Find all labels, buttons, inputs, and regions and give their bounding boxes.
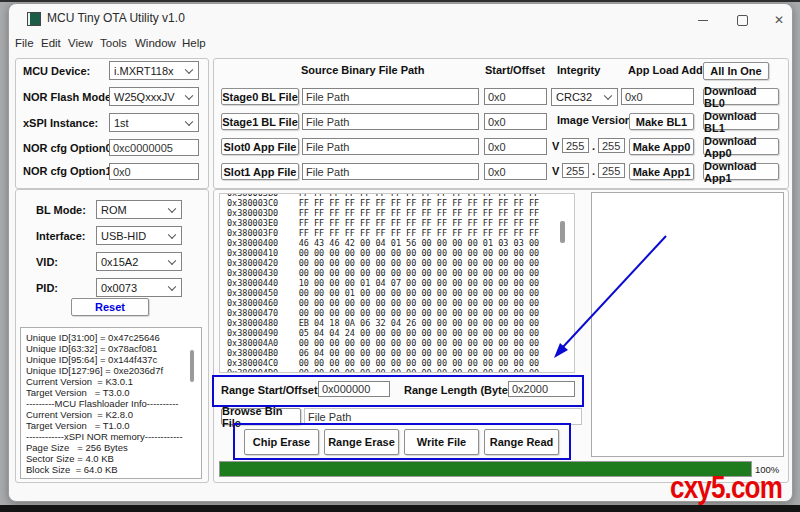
watermark: cxy5.com xyxy=(670,470,782,506)
hex-line: 0x380004A0 00 00 00 00 00 00 00 00 00 00… xyxy=(227,338,574,348)
version1-major-input[interactable] xyxy=(562,163,589,178)
nor-cfg-option1-input[interactable] xyxy=(109,163,199,180)
header-source-path: Source Binary File Path xyxy=(301,64,424,76)
header-integrity: Integrity xyxy=(557,64,600,76)
browse-bin-file-button[interactable]: Browse Bin File xyxy=(221,408,301,425)
nor-flash-value: W25QxxxJV xyxy=(114,91,175,103)
vid-label: VID: xyxy=(36,256,58,268)
hex-line: 0x380003E0 FF FF FF FF FF FF FF FF FF FF… xyxy=(227,218,574,228)
nor-cfg-option0-label: NOR cfg Option0: xyxy=(23,142,115,154)
nor-flash-select[interactable]: W25QxxxJV xyxy=(109,87,199,106)
integrity-select[interactable]: CRC32 xyxy=(551,88,618,106)
pid-label: PID: xyxy=(36,282,58,294)
hex-dump-viewer[interactable]: 0x380003B0 FF FF FF FF FF FF FF FF FF FF… xyxy=(219,193,575,373)
menu-window[interactable]: Window xyxy=(135,37,176,49)
minimize-button[interactable] xyxy=(689,12,717,28)
menu-file[interactable]: File xyxy=(15,37,34,49)
chevron-down-icon xyxy=(185,65,193,73)
nor-cfg-option0-input[interactable] xyxy=(109,139,199,156)
browse-path-input[interactable] xyxy=(304,408,582,425)
version0-major-input[interactable] xyxy=(562,138,589,153)
pid-value: 0x0073 xyxy=(101,282,137,294)
version1-prefix: V xyxy=(552,165,559,177)
maximize-button[interactable] xyxy=(728,12,756,28)
interface-select[interactable]: USB-HID xyxy=(96,226,182,245)
download-bl1-button[interactable]: Download BL1 xyxy=(703,113,779,130)
chevron-down-icon xyxy=(168,282,176,290)
slot1-app-file-button[interactable]: Slot1 App File xyxy=(221,163,299,180)
download-bl0-button[interactable]: Download BL0 xyxy=(703,88,779,105)
output-panel[interactable] xyxy=(591,192,784,457)
range-read-button[interactable]: Range Read xyxy=(484,429,559,455)
slot1-offset-input[interactable] xyxy=(484,163,547,180)
slot0-path-input[interactable] xyxy=(302,138,479,155)
menu-help[interactable]: Help xyxy=(182,37,206,49)
stage1-offset-input[interactable] xyxy=(484,113,547,130)
window-title: MCU Tiny OTA Utility v1.0 xyxy=(47,11,185,25)
make-bl1-button[interactable]: Make BL1 xyxy=(629,113,694,130)
hex-line: 0x380004D0 00 00 00 00 00 00 00 00 00 00… xyxy=(227,368,574,373)
write-file-button[interactable]: Write File xyxy=(404,429,479,455)
hex-scrollbar[interactable] xyxy=(560,221,565,243)
mcu-device-select[interactable]: i.MXRT118x xyxy=(109,61,199,80)
make-app0-button[interactable]: Make App0 xyxy=(629,138,694,155)
chip-erase-button[interactable]: Chip Erase xyxy=(244,429,319,455)
make-app1-button[interactable]: Make App1 xyxy=(629,163,694,180)
hex-line: 0x380004C0 00 00 00 00 00 00 00 00 00 00… xyxy=(227,358,574,368)
menu-edit[interactable]: Edit xyxy=(41,37,61,49)
stage1-path-input[interactable] xyxy=(302,113,479,130)
range-length-label: Range Length (Byte): xyxy=(404,384,515,396)
reset-button[interactable]: Reset xyxy=(71,298,149,316)
chevron-down-icon xyxy=(168,230,176,238)
chevron-down-icon xyxy=(185,91,193,99)
log-line: Current Version = K3.0.1 xyxy=(26,376,201,387)
minimize-icon xyxy=(698,20,708,21)
hex-line: 0x38000480 EB 04 18 0A 06 32 04 26 00 00… xyxy=(227,318,574,328)
version0-minor-input[interactable] xyxy=(598,138,625,153)
log-scrollbar[interactable] xyxy=(190,350,194,382)
download-app0-button[interactable]: Download App0 xyxy=(703,138,779,155)
close-button[interactable]: ✕ xyxy=(765,12,793,28)
xspi-instance-select[interactable]: 1st xyxy=(109,113,199,132)
hex-line: 0x380003F0 FF FF FF FF FF FF FF FF FF FF… xyxy=(227,228,574,238)
range-start-input[interactable] xyxy=(318,381,390,397)
slot0-app-file-button[interactable]: Slot0 App File xyxy=(221,138,299,155)
download-app1-button[interactable]: Download App1 xyxy=(703,163,779,180)
chevron-down-icon xyxy=(604,92,612,100)
top-edge xyxy=(0,0,800,2)
hex-line: 0x38000490 05 04 04 24 00 00 00 00 00 00… xyxy=(227,328,574,338)
log-line: Target Version = T1.0.0 xyxy=(26,420,201,431)
bl-mode-select[interactable]: ROM xyxy=(96,200,182,219)
slot0-offset-input[interactable] xyxy=(484,138,547,155)
stage0-path-input[interactable] xyxy=(302,88,479,105)
app-load-addr-input[interactable] xyxy=(621,88,694,105)
stage1-bl-file-button[interactable]: Stage1 BL File xyxy=(221,113,299,130)
version1-minor-input[interactable] xyxy=(598,163,625,178)
header-app-load-addr: App Load Addr xyxy=(628,64,707,76)
log-line: Block Size = 64.0 KB xyxy=(26,464,201,475)
hex-line: 0x38000440 10 00 00 00 01 04 07 00 00 00… xyxy=(227,278,574,288)
nor-flash-label: NOR Flash Model: xyxy=(23,91,118,103)
xspi-instance-value: 1st xyxy=(114,117,129,129)
maximize-icon xyxy=(737,15,748,26)
stage0-bl-file-button[interactable]: Stage0 BL File xyxy=(221,88,299,105)
log-line: Unique ID[31:00] = 0x47c25646 xyxy=(26,332,201,343)
menu-tools[interactable]: Tools xyxy=(100,37,127,49)
app-icon xyxy=(27,12,41,26)
pid-select[interactable]: 0x0073 xyxy=(96,278,182,297)
menu-view[interactable]: View xyxy=(68,37,93,49)
version0-sep: . xyxy=(592,140,595,152)
range-erase-button[interactable]: Range Erase xyxy=(324,429,399,455)
all-in-one-button[interactable]: All In One xyxy=(703,62,769,80)
vid-select[interactable]: 0x15A2 xyxy=(96,252,182,271)
stage0-offset-input[interactable] xyxy=(484,88,547,105)
status-log[interactable]: Unique ID[31:00] = 0x47c25646Unique ID[6… xyxy=(20,327,202,479)
slot1-path-input[interactable] xyxy=(302,163,479,180)
hex-line: 0x38000470 00 00 00 00 00 00 00 00 00 00… xyxy=(227,308,574,318)
chevron-down-icon xyxy=(168,256,176,264)
hex-dump-content: 0x380003B0 FF FF FF FF FF FF FF FF FF FF… xyxy=(227,193,574,373)
mcu-device-value: i.MXRT118x xyxy=(114,65,174,77)
range-length-input[interactable] xyxy=(508,381,575,397)
range-start-label: Range Start/Offset: xyxy=(221,384,321,396)
bl-mode-label: BL Mode: xyxy=(36,204,86,216)
